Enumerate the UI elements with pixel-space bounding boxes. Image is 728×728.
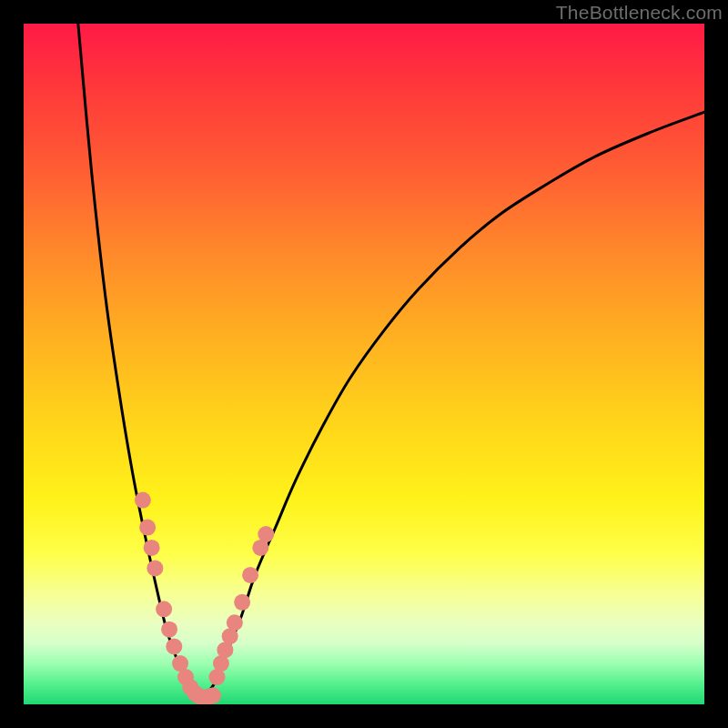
data-point [205,687,221,703]
data-point [144,540,160,556]
data-point [147,560,163,576]
data-point [234,594,250,611]
data-point [227,614,243,631]
data-point [166,638,182,654]
plot-area [24,24,704,704]
data-point [161,622,177,638]
data-point [258,526,274,542]
watermark-text: TheBottleneck.com [556,2,723,24]
left-branch-curve [78,24,201,698]
outer-frame: TheBottleneck.com [0,0,728,728]
right-branch-curve [200,112,704,697]
data-point [242,567,258,583]
chart-svg [24,24,704,704]
scatter-group [135,492,274,704]
data-point [135,492,151,509]
data-point [139,520,156,536]
data-point [156,601,172,617]
curve-group [78,24,704,698]
